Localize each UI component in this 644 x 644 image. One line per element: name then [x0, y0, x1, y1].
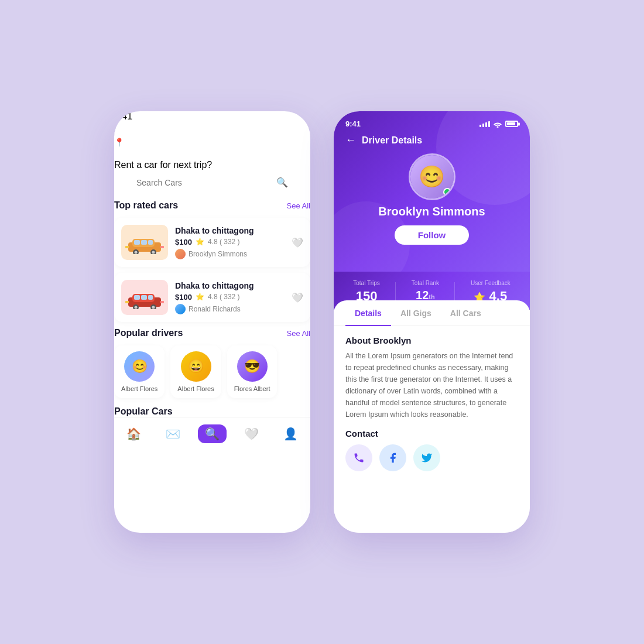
top-rated-title: Top rated cars — [114, 200, 178, 211]
svg-point-17 — [135, 306, 138, 309]
car-price-2: $100 — [175, 293, 192, 302]
driver-card-2[interactable]: 😄 Albert Flores — [170, 345, 221, 398]
nav-heart[interactable]: 🤍 — [237, 424, 266, 443]
user-nav-icon: 👤 — [283, 427, 298, 441]
nav-search[interactable]: 🔍 — [198, 424, 227, 443]
svg-point-6 — [135, 251, 138, 254]
heart-icon-1[interactable]: 🤍 — [292, 237, 303, 248]
car-driver-1: Brooklyn Simmons — [175, 249, 292, 259]
star-icon-2: ⭐ — [196, 293, 204, 301]
tab-details[interactable]: Details — [345, 300, 391, 326]
popular-cars-label: Popular Cars — [114, 406, 310, 417]
car-image-1 — [121, 225, 168, 260]
car-card-1[interactable]: Dhaka to chittagong $100 ⭐ 4.8 ( 332 ) B… — [114, 218, 310, 267]
car-route-1: Dhaka to chittagong — [175, 226, 292, 235]
back-title-label: Driver Details — [362, 135, 422, 146]
car-meta-2: $100 ⭐ 4.8 ( 332 ) — [175, 293, 292, 302]
driver-name-1: Brooklyn Simmons — [189, 250, 247, 258]
hamburger-icon[interactable] — [114, 129, 310, 137]
svg-rect-2 — [134, 240, 140, 245]
search-bar[interactable]: 🔍 — [128, 170, 296, 194]
tab-content-details: About Brooklyn All the Lorem Ipsum gener… — [334, 326, 530, 481]
status-time: 9:41 — [114, 111, 132, 121]
car-orange-icon — [124, 231, 165, 254]
svg-rect-3 — [141, 240, 147, 245]
tab-all-gigs[interactable]: All Gigs — [391, 300, 441, 326]
car-info-1: Dhaka to chittagong $100 ⭐ 4.8 ( 332 ) B… — [175, 226, 292, 259]
phone-icon-svg — [353, 452, 365, 464]
popular-drivers-header: Popular drivers See All — [114, 328, 310, 338]
nav-bar: 📍 Dhaka — [114, 129, 310, 160]
hero-title: Rent a car for next trip? — [114, 160, 310, 170]
popular-drivers-section: Popular drivers See All 😊 Albert Flores … — [114, 328, 310, 398]
svg-rect-9 — [125, 246, 129, 248]
nav-mail[interactable]: ✉️ — [159, 424, 187, 443]
svg-rect-21 — [160, 301, 164, 303]
contact-icons-row — [345, 444, 518, 471]
car-meta-1: $100 ⭐ 4.8 ( 332 ) — [175, 238, 292, 246]
search-icon[interactable]: 🔍 — [276, 177, 288, 188]
nav-user[interactable]: 👤 — [276, 424, 305, 443]
location-label[interactable]: 📍 Dhaka — [114, 137, 310, 147]
back-arrow-icon[interactable]: ← — [345, 134, 356, 146]
online-status-dot — [443, 188, 451, 196]
signal-icon — [114, 122, 125, 128]
popular-drivers-see-all[interactable]: See All — [287, 329, 310, 338]
about-title: About Brooklyn — [345, 335, 518, 345]
driver-wifi-icon — [493, 121, 502, 128]
driver-header: 9:41 ← Driver Details — [334, 111, 530, 272]
driver-status-bar: 9:41 — [334, 111, 530, 132]
driver-status-icons — [479, 119, 518, 128]
location-pin-icon: 📍 — [114, 138, 124, 147]
driver-photo-wrap: 😊 — [409, 153, 455, 200]
mail-nav-icon: ✉️ — [166, 427, 180, 441]
svg-point-19 — [152, 306, 155, 309]
bottom-nav: 🏠 ✉️ 🔍 🤍 👤 — [114, 417, 310, 453]
car-image-2 — [121, 280, 168, 315]
car-card-2[interactable]: Dhaka to chittagong $100 ⭐ 4.8 ( 332 ) R… — [114, 273, 310, 322]
driver-avatar-2: 😄 — [181, 351, 211, 382]
car-rating-2: 4.8 ( 332 ) — [208, 293, 240, 301]
nav-home[interactable]: 🏠 — [119, 424, 148, 443]
driver-battery-icon — [505, 121, 518, 127]
wifi-icon — [128, 122, 137, 129]
contact-twitter-icon[interactable] — [413, 444, 440, 471]
driver-card-name-2: Albert Flores — [177, 385, 214, 392]
stat-divider-1 — [395, 282, 396, 302]
user-feedback-label: User Feedback — [471, 280, 511, 286]
heart-nav-icon: 🤍 — [244, 427, 259, 441]
car-driver-2: Ronald Richards — [175, 304, 292, 314]
top-rated-header: Top rated cars See All — [114, 200, 310, 211]
svg-point-8 — [152, 251, 155, 254]
svg-rect-4 — [148, 240, 153, 245]
driver-profile: 😊 Brooklyn Simmons Follow — [334, 153, 530, 254]
car-info-2: Dhaka to chittagong $100 ⭐ 4.8 ( 332 ) R… — [175, 281, 292, 314]
tab-all-cars[interactable]: All Cars — [441, 300, 491, 326]
contact-facebook-icon[interactable] — [379, 444, 406, 471]
driver-body: Details All Gigs All Cars About Brooklyn… — [334, 300, 530, 533]
driver-avatar-3: 😎 — [237, 351, 268, 382]
driver-face-2: 😄 — [188, 359, 204, 374]
search-input[interactable] — [136, 178, 276, 187]
svg-rect-15 — [148, 295, 153, 300]
facebook-icon-svg — [387, 452, 399, 464]
driver-card-3[interactable]: 😎 Flores Albert — [227, 345, 278, 398]
driver-avatar-1: 😊 — [124, 351, 155, 382]
popular-drivers-title: Popular drivers — [114, 328, 183, 338]
svg-rect-13 — [134, 295, 140, 300]
svg-rect-10 — [160, 246, 164, 248]
svg-rect-20 — [125, 301, 129, 303]
bell-icon[interactable] — [114, 147, 127, 160]
top-rated-see-all[interactable]: See All — [287, 201, 310, 210]
tabs-row: Details All Gigs All Cars — [334, 300, 530, 326]
driver-card-name-3: Flores Albert — [234, 385, 270, 392]
driver-card-1[interactable]: 😊 Albert Flores — [114, 345, 165, 398]
about-text: All the Lorem Ipsum generators on the In… — [345, 350, 518, 420]
contact-phone-icon[interactable] — [345, 444, 372, 471]
heart-icon-2[interactable]: 🤍 — [292, 292, 303, 303]
follow-button[interactable]: Follow — [395, 225, 470, 245]
back-nav: ← Driver Details — [334, 132, 530, 153]
car-price-1: $100 — [175, 238, 192, 246]
status-icons — [114, 122, 310, 129]
car-red-icon — [124, 286, 165, 309]
